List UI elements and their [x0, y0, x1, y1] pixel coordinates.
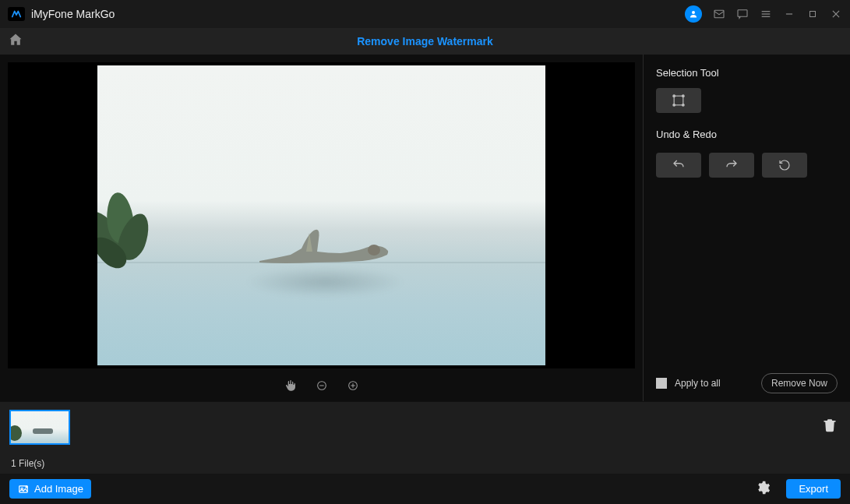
app-logo	[8, 7, 25, 21]
svg-rect-16	[674, 96, 683, 105]
redo-button[interactable]	[709, 153, 754, 178]
canvas-toolbar	[0, 373, 643, 398]
right-panel: Selection Tool Undo & Redo Apply to all …	[644, 55, 850, 401]
svg-point-17	[673, 95, 675, 97]
apply-to-all-label: Apply to all	[675, 378, 753, 389]
feedback-icon[interactable]	[736, 8, 749, 20]
svg-rect-1	[714, 10, 724, 17]
selection-tool-label: Selection Tool	[656, 67, 838, 79]
thumbnail-strip: 1 File(s)	[0, 401, 850, 474]
pan-tool-icon[interactable]	[284, 379, 298, 393]
maximize-icon[interactable]	[806, 8, 819, 20]
settings-icon[interactable]	[755, 480, 771, 499]
svg-rect-7	[810, 12, 816, 17]
svg-point-19	[673, 104, 675, 107]
svg-rect-21	[824, 421, 836, 422]
home-icon[interactable]	[8, 32, 23, 51]
thumbnail-item[interactable]	[9, 410, 70, 445]
undo-redo-label: Undo & Redo	[656, 129, 838, 140]
minimize-icon[interactable]	[783, 8, 795, 20]
svg-point-18	[682, 95, 685, 97]
svg-point-10	[368, 245, 380, 256]
mail-icon[interactable]	[713, 8, 725, 20]
canvas-area	[0, 55, 643, 368]
zoom-out-icon[interactable]	[315, 379, 329, 393]
titlebar: iMyFone MarkGo	[0, 0, 850, 28]
subheader: Remove Image Watermark	[0, 28, 850, 55]
menu-icon[interactable]	[760, 8, 772, 20]
export-button[interactable]: Export	[786, 479, 841, 499]
rectangle-select-button[interactable]	[656, 88, 701, 113]
reset-button[interactable]	[762, 153, 807, 178]
undo-button[interactable]	[656, 153, 701, 178]
loaded-image	[97, 65, 545, 365]
apply-to-all-checkbox[interactable]	[656, 378, 667, 389]
close-icon[interactable]	[830, 8, 842, 20]
add-image-label: Add Image	[34, 483, 83, 495]
svg-point-0	[692, 11, 695, 14]
remove-now-button[interactable]: Remove Now	[761, 373, 838, 393]
file-count-label: 1 File(s)	[11, 458, 44, 469]
page-title: Remove Image Watermark	[357, 35, 493, 48]
svg-rect-2	[738, 10, 747, 17]
image-canvas[interactable]	[8, 62, 635, 368]
delete-icon[interactable]	[822, 416, 838, 436]
add-image-button[interactable]: Add Image	[9, 479, 91, 499]
zoom-in-icon[interactable]	[346, 379, 360, 393]
app-title: iMyFone MarkGo	[31, 8, 115, 20]
account-icon[interactable]	[685, 5, 702, 23]
svg-point-20	[682, 104, 685, 107]
footer: Add Image Export	[0, 474, 850, 504]
